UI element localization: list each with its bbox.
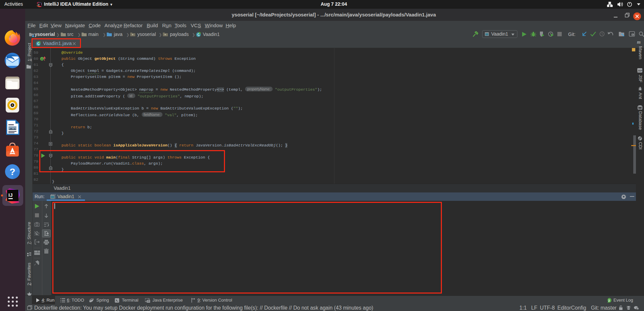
svg-text:?: ? — [9, 167, 15, 177]
svg-text:2: 2 — [608, 299, 610, 302]
svg-text:+: + — [637, 308, 638, 310]
svg-text:IJ: IJ — [38, 3, 39, 5]
svg-text:o: o — [41, 57, 43, 61]
svg-text:IJ: IJ — [8, 192, 13, 198]
